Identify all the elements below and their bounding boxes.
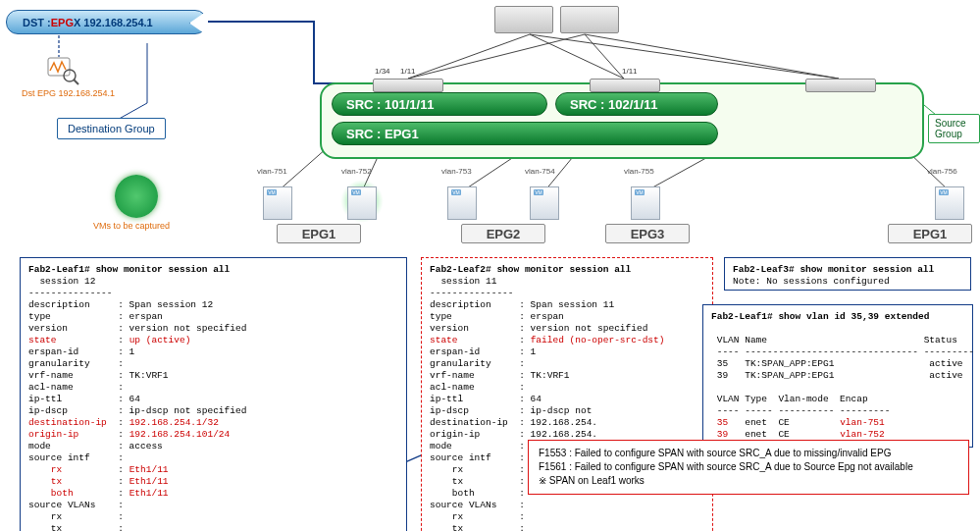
dst-epg: EPG — [51, 17, 74, 28]
analyzer-icon — [47, 57, 80, 86]
spine-switch-1 — [494, 6, 553, 33]
src-pill-c: SRC : EPG1 — [332, 122, 718, 145]
server-epg1-b: VM — [347, 186, 377, 220]
destination-callout: Destination Group — [57, 118, 166, 139]
annot-l2: F1561 : Failed to configure SPAN with so… — [539, 460, 958, 474]
vlan-751-label: vlan-751 — [257, 167, 287, 176]
epg1-right-label: EPG1 — [888, 224, 972, 243]
annot-l3: ※ SPAN on Leaf1 works — [539, 474, 958, 488]
leaf-2 — [590, 79, 660, 92]
epg1-label: EPG1 — [277, 224, 361, 243]
leaf-3 — [805, 79, 876, 92]
svg-line-17 — [74, 80, 78, 84]
epg2-label: EPG2 — [461, 224, 545, 243]
dst-prefix: DST : — [23, 17, 51, 28]
svg-line-1 — [530, 34, 624, 79]
dst-suffix: X 192.168.254.1 — [74, 17, 153, 28]
annot-l1: F1553 : Failed to configure SPAN with so… — [539, 447, 958, 460]
server-epg2-a: VM — [447, 186, 477, 220]
svg-line-3 — [408, 34, 585, 79]
source-callout: Source Group — [928, 114, 980, 143]
epg3-label: EPG3 — [605, 224, 690, 243]
cli-leaf1-vlan: Fab2-Leaf1# show vlan id 35,39 extended … — [702, 304, 973, 448]
leaf-1 — [373, 79, 443, 92]
src-pill-b: SRC : 102/1/11 — [555, 92, 718, 116]
server-epg3-a: VM — [631, 186, 660, 220]
server-epg2-b: VM — [530, 186, 559, 220]
spine-switch-2 — [560, 6, 619, 33]
vlan-755-label: vlan-755 — [624, 167, 654, 176]
vlan-754-label: vlan-754 — [525, 167, 555, 176]
svg-line-0 — [408, 34, 530, 79]
analyzer-caption: Dst EPG 192.168.254.1 — [22, 88, 115, 98]
svg-line-4 — [585, 34, 624, 79]
src-pill-a: SRC : 101/1/11 — [332, 92, 547, 116]
vlan-752-label: vlan-752 — [341, 167, 372, 176]
port-1-11-b: 1/11 — [622, 67, 638, 76]
cli-leaf3-monitor: Fab2-Leaf3# show monitor session all Not… — [724, 257, 971, 291]
port-1-11-a: 1/11 — [400, 67, 416, 76]
vm-capture-indicator — [115, 175, 158, 218]
server-epg1-a: VM — [263, 186, 292, 220]
svg-line-2 — [530, 34, 839, 79]
dst-pill: DST : EPG X 192.168.254.1 — [6, 10, 207, 34]
cli-leaf1-monitor: Fab2-Leaf1# show monitor session all ses… — [20, 257, 407, 531]
vlan-756-label: vlan-756 — [927, 167, 957, 176]
server-epg1-c: VM — [935, 186, 964, 220]
port-1-34: 1/34 — [375, 67, 390, 76]
span-error-annotation: F1553 : Failed to configure SPAN with so… — [528, 440, 969, 495]
vm-note: VMs to be captured — [93, 221, 170, 231]
vlan-753-label: vlan-753 — [441, 167, 472, 176]
